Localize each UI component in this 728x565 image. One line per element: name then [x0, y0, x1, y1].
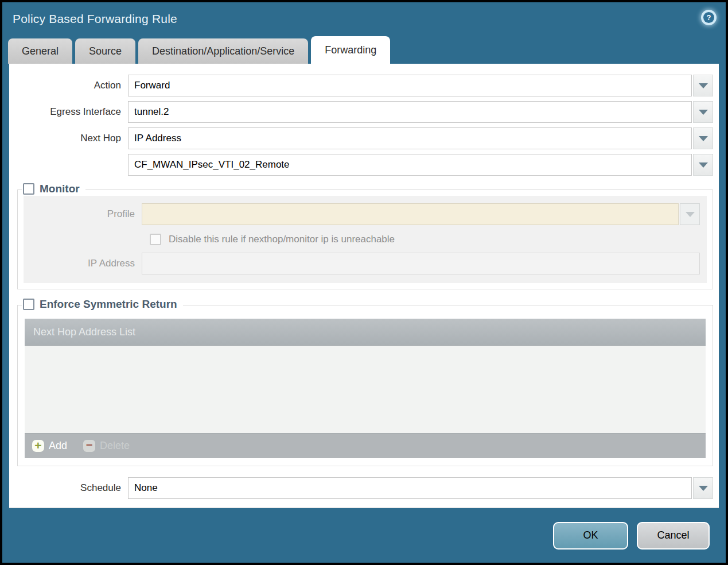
- chevron-down-icon: [699, 110, 708, 115]
- action-label: Action: [17, 80, 128, 91]
- action-row: Action: [17, 75, 713, 96]
- tab-destination-application-service[interactable]: Destination/Application/Service: [138, 38, 308, 64]
- next-hop-field: [128, 127, 713, 149]
- tab-content-forwarding: Action Egress Interface Ne: [9, 64, 719, 508]
- tab-source[interactable]: Source: [75, 38, 135, 64]
- cancel-button[interactable]: Cancel: [637, 522, 710, 549]
- schedule-field: [128, 477, 713, 499]
- chevron-down-icon: [699, 162, 708, 168]
- enforce-symmetric-return-legend: Enforce Symmetric Return: [22, 298, 183, 311]
- next-hop-address-row: [17, 154, 713, 176]
- profile-dropdown-button: [680, 203, 700, 225]
- monitor-ip-address-label: IP Address: [30, 258, 142, 269]
- plus-icon: +: [32, 440, 44, 452]
- monitor-ip-address-row: IP Address: [30, 253, 700, 274]
- monitor-checkbox[interactable]: [23, 183, 34, 195]
- next-hop-address-list-header-label: Next Hop Address List: [33, 326, 135, 338]
- tab-general[interactable]: General: [8, 38, 72, 64]
- tab-forwarding[interactable]: Forwarding: [311, 36, 390, 64]
- next-hop-address-list-footer: + Add − Delete: [25, 433, 706, 458]
- monitor-panel: Profile Disable this rule if nexthop/mon…: [24, 196, 707, 283]
- profile-input: [142, 203, 679, 225]
- enforce-symmetric-return-checkbox[interactable]: [23, 299, 34, 310]
- next-hop-address-input[interactable]: [128, 154, 692, 176]
- add-button-label: Add: [49, 440, 67, 452]
- next-hop-label: Next Hop: [17, 133, 128, 144]
- enforce-symmetric-return-title: Enforce Symmetric Return: [40, 298, 177, 311]
- schedule-input[interactable]: [128, 477, 692, 499]
- schedule-row: Schedule: [17, 477, 713, 499]
- monitor-legend: Monitor: [22, 183, 85, 195]
- egress-interface-label: Egress Interface: [17, 106, 128, 118]
- dialog-titlebar: Policy Based Forwarding Rule ?: [2, 2, 726, 36]
- egress-interface-input[interactable]: [128, 101, 692, 123]
- add-button[interactable]: + Add: [32, 440, 67, 452]
- monitor-ip-address-input: [142, 253, 700, 274]
- next-hop-address-list-header: Next Hop Address List: [25, 319, 706, 346]
- action-field: [128, 75, 713, 96]
- disable-rule-checkbox: [150, 234, 161, 245]
- chevron-down-icon: [686, 212, 695, 217]
- next-hop-address-list-body[interactable]: [25, 346, 706, 433]
- next-hop-address-dropdown-button[interactable]: [693, 154, 713, 176]
- screen: Policy Based Forwarding Rule ? General S…: [0, 0, 728, 565]
- dialog-footer: OK Cancel: [2, 508, 726, 563]
- minus-icon: −: [83, 440, 95, 452]
- schedule-label: Schedule: [17, 482, 128, 494]
- tab-bar: General Source Destination/Application/S…: [2, 36, 726, 64]
- next-hop-row: Next Hop: [17, 127, 713, 149]
- chevron-down-icon: [699, 83, 708, 88]
- chevron-down-icon: [699, 136, 708, 141]
- egress-interface-row: Egress Interface: [17, 101, 713, 123]
- monitor-title: Monitor: [40, 183, 80, 195]
- disable-rule-label: Disable this rule if nexthop/monitor ip …: [169, 234, 395, 245]
- profile-label: Profile: [30, 208, 142, 220]
- profile-row: Profile: [30, 203, 700, 225]
- disable-rule-row: Disable this rule if nexthop/monitor ip …: [150, 234, 700, 245]
- delete-button-label: Delete: [100, 440, 130, 452]
- question-mark-icon: ?: [703, 12, 714, 23]
- monitor-ip-address-field: [142, 253, 700, 274]
- action-input[interactable]: [128, 75, 692, 96]
- enforce-symmetric-return-fieldset: Enforce Symmetric Return Next Hop Addres…: [17, 305, 713, 466]
- next-hop-address-list-table: Next Hop Address List + Add − Delete: [25, 319, 706, 458]
- egress-interface-dropdown-button[interactable]: [693, 101, 713, 123]
- next-hop-type-input[interactable]: [128, 127, 692, 149]
- profile-field: [142, 203, 700, 225]
- ok-button[interactable]: OK: [553, 522, 628, 549]
- next-hop-dropdown-button[interactable]: [693, 127, 713, 149]
- chevron-down-icon: [699, 486, 708, 491]
- help-icon[interactable]: ?: [701, 10, 717, 25]
- schedule-dropdown-button[interactable]: [693, 477, 713, 499]
- policy-based-forwarding-dialog: Policy Based Forwarding Rule ? General S…: [2, 2, 726, 563]
- monitor-fieldset: Monitor Profile Disable: [17, 189, 713, 289]
- delete-button: − Delete: [83, 440, 130, 452]
- dialog-title: Policy Based Forwarding Rule: [13, 12, 177, 26]
- action-dropdown-button[interactable]: [693, 75, 713, 96]
- egress-interface-field: [128, 101, 713, 123]
- next-hop-address-field: [128, 154, 713, 176]
